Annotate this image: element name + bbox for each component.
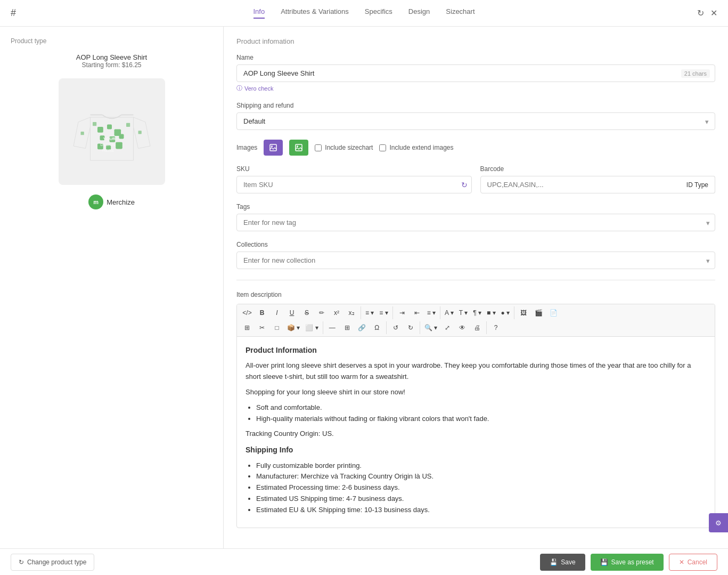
cancel-button[interactable]: ✕ Cancel [669,554,717,571]
tab-sizechart[interactable]: Sizechart [446,7,475,19]
editor-ship-li-2: Manufacturer: Merchize và Tracking Count… [256,471,706,482]
toolbar-find-btn[interactable]: 🔍 ▾ [422,321,439,334]
toolbar-preview-btn[interactable]: 👁 [455,321,469,334]
close-icon[interactable]: ✕ [710,8,717,18]
toolbar-file-btn[interactable]: 📄 [546,306,560,319]
include-extend-checkbox[interactable] [379,144,386,151]
image-button-1[interactable] [264,140,283,156]
svg-rect-14 [80,132,84,135]
toolbar-align-btn[interactable]: ≡ ▾ [425,306,438,319]
toolbar-table-insert-btn[interactable]: ⊞ [340,321,354,334]
toolbar-indent-btn[interactable]: ⇥ [395,306,409,319]
name-input[interactable] [236,64,715,82]
settings-widget[interactable]: ⚙ [709,513,728,532]
product-price: Starting form: $16.25 [81,61,141,69]
toolbar-subscript-btn[interactable]: x₂ [345,306,358,319]
include-sizechart-checkbox[interactable] [315,144,322,151]
toolbar-color-btn[interactable]: ● ▾ [499,306,512,319]
toolbar-fullscreen-btn[interactable]: ⤢ [440,321,454,334]
collections-label: Collections [236,241,715,248]
tags-input[interactable] [236,214,715,231]
toolbar-underline-btn[interactable]: U [285,306,299,319]
svg-rect-12 [93,122,96,126]
toolbar-superscript-btn[interactable]: x² [330,306,343,319]
hash-icon: # [11,7,16,19]
collections-input[interactable] [236,252,715,269]
toolbar-outdent-btn[interactable]: ⇤ [410,306,424,319]
svg-rect-1 [107,125,112,129]
toolbar-bold-btn[interactable]: B [255,306,269,319]
tab-attributes[interactable]: Attributes & Variations [281,7,349,19]
vero-check-link[interactable]: ⓘ Vero check [236,84,715,92]
toolbar-font-color-btn[interactable]: A ▾ [443,306,456,319]
toolbar-paragraph-btn[interactable]: ¶ ▾ [471,306,484,319]
images-label: Images [236,144,257,151]
image-button-2[interactable] [289,140,308,156]
refresh-sku-icon[interactable]: ↻ [461,181,468,189]
toolbar-link-btn[interactable]: 🔗 [355,321,369,334]
shipping-label: Shipping and refund [236,102,715,109]
svg-text:YOUR: YOUR [103,136,116,141]
sku-input[interactable] [236,176,472,193]
toolbar-help-btn[interactable]: ? [489,321,503,334]
toolbar-text-style-btn[interactable]: T ▾ [457,306,470,319]
toolbar-highlight-btn[interactable]: ✏ [315,306,329,319]
tags-input-wrap: ▾ [236,214,715,231]
editor-list-2: Fully customizable border printing. Manu… [256,460,706,516]
tab-bar: Info Attributes & Variations Specifics D… [253,7,475,19]
toolbar-format-btn[interactable]: ⊞ [240,321,254,334]
svg-rect-18 [296,144,302,151]
images-row: Images Include sizechart [236,140,715,156]
tab-specifics[interactable]: Specifics [365,7,392,19]
tags-field-group: Tags ▾ [236,203,715,231]
svg-point-19 [297,145,298,147]
item-description-label: Item description [236,291,715,298]
barcode-label: Barcode [480,165,716,173]
header: # Info Attributes & Variations Specifics… [0,0,728,27]
svg-rect-5 [119,134,124,139]
right-panel: Product infomation Name 21 chars ⓘ Vero … [224,27,728,548]
save-icon: 💾 [550,558,558,566]
refresh-icon[interactable]: ↻ [697,8,704,18]
editor-container: </> B I U S ✏ x² x₂ ≡ ▾ ≡ ▾ ⇥ ⇤ ≡ ▾ A [236,304,715,528]
toolbar-italic-btn[interactable]: I [270,306,284,319]
save-button[interactable]: 💾 Save [540,554,585,571]
svg-rect-0 [97,127,103,133]
editor-li-2: High-quality materials without fading or… [256,414,706,425]
toolbar-copy-btn[interactable]: □ [270,321,284,334]
toolbar-hr-btn[interactable]: — [325,321,339,334]
toolbar-image-insert-btn[interactable]: 🖼 [517,306,530,319]
toolbar-paste-btn[interactable]: 📦 ▾ [285,321,302,334]
toolbar-ordered-list-btn[interactable]: ≡ ▾ [377,306,390,319]
toolbar-unordered-list-btn[interactable]: ≡ ▾ [363,306,376,319]
toolbar-print-btn[interactable]: 🖨 [470,321,484,334]
tab-info[interactable]: Info [253,7,265,19]
toolbar-code-btn[interactable]: </> [240,306,254,319]
vendor-avatar: m [88,195,103,209]
tab-design[interactable]: Design [408,7,430,19]
svg-rect-16 [270,144,276,151]
id-type-button[interactable]: ID Type [680,176,715,193]
editor-content[interactable]: Product Information All-over print long … [237,337,715,528]
vendor-name: Merchize [107,198,135,206]
shipping-select[interactable]: Default [236,112,715,130]
toolbar-strikethrough-btn[interactable]: S [300,306,314,319]
product-type-label: Product type [11,37,212,45]
sku-barcode-row: SKU ↻ Barcode ID Type [236,165,715,193]
right-actions: 💾 Save 💾 Save as preset ✕ Cancel [540,554,717,571]
toolbar-video-btn[interactable]: 🎬 [531,306,545,319]
char-counter: 21 chars [681,69,710,78]
toolbar-cut-btn[interactable]: ✂ [255,321,269,334]
change-product-button[interactable]: ↻ Change product type [11,554,94,571]
save-as-preset-button[interactable]: 💾 Save as preset [591,554,664,571]
toolbar-redo-btn[interactable]: ↻ [404,321,418,334]
editor-ship-li-4: Estimated US Shipping time: 4-7 business… [256,493,706,505]
toolbar-table-btn[interactable]: ⬜ ▾ [303,321,320,334]
editor-p1: All-over print long sleeve shirt deserve… [246,360,706,383]
include-extend-label: Include extend images [389,144,453,151]
toolbar-special-char-btn[interactable]: Ω [370,321,384,334]
toolbar-bg-color-btn[interactable]: ■ ▾ [485,306,498,319]
barcode-input-wrap: ID Type [480,176,716,193]
svg-rect-13 [126,123,130,127]
toolbar-undo-btn[interactable]: ↺ [389,321,403,334]
